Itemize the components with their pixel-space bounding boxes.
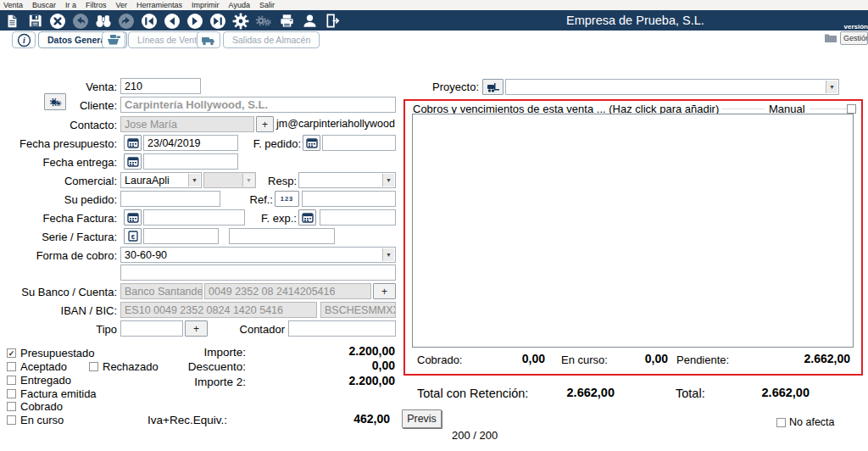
serie-input[interactable] bbox=[143, 228, 219, 244]
tipo-input[interactable] bbox=[120, 320, 183, 337]
add-contact-button[interactable]: + bbox=[256, 116, 274, 132]
cobrado-label: Cobrado bbox=[20, 400, 63, 413]
version-label: versión bbox=[844, 23, 868, 31]
su-pedido-input[interactable] bbox=[120, 191, 220, 207]
bic-input[interactable]: BSCHESMMXXX bbox=[320, 302, 396, 318]
banco-input[interactable]: Banco Santander bbox=[120, 283, 203, 299]
project-forklift-icon bbox=[486, 82, 501, 92]
fecha-presupuesto-calendar-button[interactable] bbox=[124, 135, 142, 151]
settings-gear-icon[interactable] bbox=[232, 13, 249, 30]
menu-item-ir-a[interactable]: Ir a bbox=[65, 1, 76, 9]
previous-record-icon[interactable] bbox=[164, 13, 181, 30]
chevron-down-icon[interactable]: ▼ bbox=[382, 248, 394, 261]
cliente-input[interactable]: Carpintería Hollywood, S.L. bbox=[120, 97, 396, 113]
factura-emitida-checkbox[interactable] bbox=[7, 389, 16, 398]
menu-item-salir[interactable]: Salir bbox=[259, 1, 275, 9]
fecha-factura-input[interactable] bbox=[143, 209, 245, 226]
fecha-factura-calendar-button[interactable] bbox=[124, 209, 142, 226]
company-title: Empresa de Prueba, S.L. bbox=[566, 14, 704, 27]
no-afecta-checkbox[interactable] bbox=[776, 418, 786, 427]
forma-cobro-label: Forma de cobro: bbox=[0, 249, 117, 262]
fecha-entrega-calendar-button[interactable] bbox=[124, 153, 142, 170]
venta-input[interactable]: 210 bbox=[120, 78, 201, 94]
contacto-input[interactable]: Jose María bbox=[120, 116, 254, 132]
fecha-entrega-input[interactable] bbox=[143, 153, 238, 170]
ref-123-button[interactable]: 123 bbox=[275, 191, 299, 207]
print-icon[interactable] bbox=[278, 13, 295, 30]
forma-cobro-notes-input[interactable] bbox=[120, 264, 396, 281]
comercial-label: Comercial: bbox=[0, 175, 117, 187]
cuenta-input[interactable]: 0049 2352 08 2414205416 bbox=[204, 283, 371, 299]
serie-factura-euro-button[interactable]: € bbox=[124, 228, 142, 244]
descuento-value: 0,00 bbox=[288, 359, 395, 372]
presupuestado-checkbox[interactable] bbox=[7, 348, 16, 358]
chevron-down-icon[interactable]: ▼ bbox=[382, 174, 394, 187]
factura-input[interactable] bbox=[229, 228, 335, 244]
add-cuenta-button[interactable]: + bbox=[373, 283, 396, 299]
forma-cobro-select[interactable]: 30-60-90▼ bbox=[120, 247, 396, 263]
last-record-icon[interactable] bbox=[209, 13, 226, 30]
f-pedido-calendar-button[interactable] bbox=[303, 135, 320, 151]
warehouse-truck-icon bbox=[197, 31, 220, 48]
cobrado-checkbox[interactable] bbox=[7, 402, 16, 411]
menu-item-herramientas[interactable]: Herramientas bbox=[136, 1, 182, 9]
first-record-icon[interactable] bbox=[141, 13, 158, 30]
iva-rec-equiv-label: Iva+Rec.Equiv.: bbox=[108, 414, 227, 426]
calendar-icon bbox=[302, 212, 314, 223]
next-record-icon[interactable] bbox=[186, 13, 203, 30]
comercial-secondary-select[interactable]: ▼ bbox=[203, 172, 256, 188]
menu-item-venta[interactable]: Venta bbox=[3, 1, 23, 9]
save-icon[interactable] bbox=[26, 13, 43, 30]
no-afecta-label: No afecta bbox=[789, 416, 835, 428]
record-counter: 200 / 200 bbox=[452, 429, 498, 442]
chevron-down-icon[interactable]: ▼ bbox=[242, 174, 254, 187]
user-icon[interactable] bbox=[301, 13, 318, 30]
proyecto-select[interactable]: ▼ bbox=[505, 79, 839, 95]
tab-lineas-de-venta[interactable]: Líneas de Venta bbox=[102, 31, 211, 48]
f-pedido-input[interactable] bbox=[322, 135, 396, 151]
menu-item-ver[interactable]: Ver bbox=[116, 1, 128, 9]
iban-input[interactable]: ES10 0049 2352 0824 1420 5416 bbox=[120, 302, 317, 318]
add-tipo-button[interactable]: + bbox=[185, 320, 208, 337]
undo-icon[interactable] bbox=[72, 13, 89, 30]
previs-button[interactable]: Previs bbox=[402, 409, 442, 428]
cobros-list-area[interactable] bbox=[412, 114, 854, 348]
search-binoculars-icon[interactable] bbox=[95, 13, 112, 30]
ref-input[interactable] bbox=[302, 191, 396, 207]
tools-gears-icon[interactable] bbox=[255, 13, 272, 30]
tab-salidas-de-almacen[interactable]: Salidas de Almacén bbox=[197, 31, 320, 48]
gestion-documental-button[interactable]: Gestión docum bbox=[840, 31, 868, 45]
info-icon: i bbox=[12, 31, 36, 48]
factura-emitida-label: Factura emitida bbox=[20, 387, 97, 400]
exit-icon[interactable] bbox=[324, 13, 341, 30]
redo-icon[interactable] bbox=[118, 13, 135, 30]
chevron-down-icon[interactable]: ▼ bbox=[188, 174, 200, 187]
contador-label: Contador bbox=[229, 323, 285, 336]
cancel-icon[interactable] bbox=[49, 13, 66, 30]
su-banco-cuenta-label: Su Banco / Cuenta: bbox=[0, 286, 117, 298]
entregado-checkbox[interactable] bbox=[7, 376, 16, 385]
en-curso-stat-label: En curso: bbox=[561, 354, 608, 366]
new-document-icon[interactable] bbox=[3, 13, 20, 30]
manual-checkbox[interactable] bbox=[847, 104, 856, 114]
aceptado-checkbox[interactable] bbox=[7, 362, 16, 371]
fecha-entrega-label: Fecha entrega: bbox=[0, 156, 117, 169]
chevron-down-icon[interactable]: ▼ bbox=[826, 81, 837, 93]
fecha-presupuesto-input[interactable]: 23/04/2019 bbox=[143, 135, 238, 151]
menu-item-filtros[interactable]: Filtros bbox=[86, 1, 107, 9]
f-exp-calendar-button[interactable] bbox=[298, 209, 316, 226]
comercial-select[interactable]: LauraApli▼ bbox=[120, 172, 202, 188]
menu-item-ayuda[interactable]: Ayuda bbox=[229, 1, 250, 9]
menu-item-buscar[interactable]: Buscar bbox=[32, 1, 56, 9]
proyecto-button[interactable] bbox=[482, 79, 504, 95]
iva-value: 462,00 bbox=[305, 412, 390, 426]
contacto-label: Contacto: bbox=[0, 119, 117, 131]
f-exp-input[interactable] bbox=[320, 209, 396, 226]
folder-icon bbox=[824, 33, 837, 43]
contador-input[interactable] bbox=[288, 320, 396, 337]
resp-select[interactable]: ▼ bbox=[298, 172, 396, 188]
en-curso-checkbox[interactable] bbox=[7, 415, 16, 425]
menu-item-imprimir[interactable]: Imprimir bbox=[192, 1, 220, 9]
rechazado-checkbox[interactable] bbox=[89, 362, 98, 371]
en-curso-stat-value: 0,00 bbox=[613, 352, 668, 365]
